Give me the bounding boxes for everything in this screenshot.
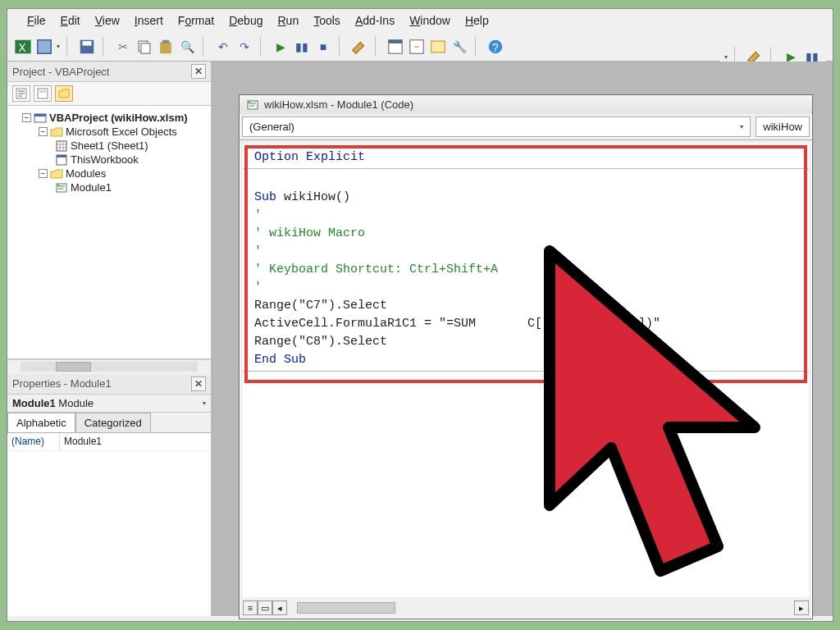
tree-module1[interactable]: Module1 [11, 180, 208, 194]
tab-alphabetic[interactable]: Alphabetic [7, 413, 75, 432]
scroll-right-icon[interactable]: ▸ [794, 600, 809, 615]
code-window-title: wikiHow.xlsm - Module1 (Code) [264, 98, 413, 111]
code-window-titlebar[interactable]: wikiHow.xlsm - Module1 (Code) [240, 95, 812, 114]
collapse-icon[interactable]: − [22, 113, 31, 122]
tab-categorized[interactable]: Categorized [75, 413, 151, 432]
code-scrollbar[interactable]: ≡ ▭ ◂ ▸ [243, 600, 809, 615]
design-mode-icon[interactable] [350, 38, 368, 56]
toolbox-icon[interactable]: 🔧 [450, 38, 468, 56]
menu-run[interactable]: Run [277, 14, 299, 27]
menubar: File Edit View Insert Format Debug Run T… [7, 9, 833, 32]
module-icon [246, 99, 259, 111]
help-icon[interactable]: ? [486, 38, 504, 56]
procedure-dropdown-value: wikiHow [763, 121, 802, 133]
menu-insert[interactable]: Insert [135, 14, 163, 27]
property-row-name[interactable]: (Name) Module1 [7, 433, 211, 451]
svg-text:?: ? [492, 41, 499, 53]
run-icon[interactable]: ▶ [272, 38, 290, 56]
scroll-left-icon[interactable]: ◂ [272, 600, 287, 615]
property-value[interactable]: Module1 [60, 433, 211, 451]
dropdown-arrow-icon[interactable]: ▾ [57, 43, 60, 50]
object-dropdown[interactable]: (General) ▾ [242, 116, 751, 137]
svg-rect-6 [141, 43, 150, 52]
tree-excel-objects-label: Microsoft Excel Objects [66, 126, 177, 138]
procedure-view-icon[interactable]: ▭ [258, 600, 272, 615]
menu-tools[interactable]: Tools [313, 14, 340, 27]
properties-panel: Properties - Module1 ✕ Module1 Module ▾ … [7, 374, 211, 617]
tree-module1-label: Module1 [71, 181, 112, 194]
menu-view[interactable]: View [95, 14, 120, 27]
scrollbar-thumb[interactable] [297, 602, 395, 614]
menu-window[interactable]: Window [409, 14, 450, 27]
tree-root-label: VBAProject (wikiHow.xlsm) [49, 112, 188, 124]
close-icon[interactable]: ✕ [191, 377, 206, 391]
reset-icon[interactable]: ■ [314, 38, 332, 56]
combo-type: Module [58, 397, 94, 409]
mdi-area: wikiHow.xlsm - Module1 (Code) (General) … [211, 62, 833, 616]
close-icon[interactable]: ✕ [191, 64, 206, 79]
tree-sheet1-label: Sheet1 (Sheet1) [71, 139, 148, 152]
svg-point-26 [249, 102, 250, 103]
undo-icon[interactable]: ↶ [214, 38, 232, 56]
properties-grid[interactable]: (Name) Module1 [7, 432, 211, 617]
project-explorer-icon[interactable] [386, 38, 404, 56]
combo-name: Module1 [12, 397, 56, 409]
menu-addins[interactable]: Add-Ins [355, 14, 395, 27]
workbook-icon [55, 154, 68, 166]
property-key: (Name) [7, 433, 60, 451]
code-window-dropdowns: (General) ▾ wikiHow [240, 114, 812, 140]
full-module-view-icon[interactable]: ≡ [243, 600, 258, 615]
code-window: wikiHow.xlsm - Module1 (Code) (General) … [239, 94, 813, 619]
code-editor[interactable]: Option Explicit Sub wikiHow() ' ' wikiHo… [243, 144, 809, 597]
tree-thisworkbook[interactable]: ThisWorkbook [11, 153, 208, 167]
project-panel-label: Project - VBAProject [12, 66, 110, 78]
procedure-dropdown[interactable]: wikiHow [756, 116, 810, 137]
find-icon[interactable]: 🔍 [178, 38, 196, 56]
redo-icon[interactable]: ↷ [235, 38, 253, 56]
dropdown-arrow-icon[interactable]: ▾ [203, 399, 206, 407]
tree-modules[interactable]: − Modules [11, 167, 208, 180]
project-tree[interactable]: − VBAProject (wikiHow.xlsm) − Microsoft … [7, 106, 211, 359]
highlight-box [244, 145, 807, 383]
svg-point-24 [57, 185, 59, 186]
properties-window-icon[interactable] [408, 38, 426, 56]
cut-icon[interactable]: ✂ [114, 38, 132, 56]
view-object-icon[interactable] [34, 85, 52, 102]
menu-help[interactable]: Help [465, 14, 489, 27]
folder-icon [50, 126, 63, 138]
properties-object-combo[interactable]: Module1 Module ▾ [7, 395, 211, 413]
tree-modules-label: Modules [66, 167, 106, 180]
dropdown-arrow-icon: ▾ [740, 123, 743, 130]
menu-format[interactable]: Format [178, 14, 214, 27]
insert-module-icon[interactable] [35, 38, 53, 56]
tree-root[interactable]: − VBAProject (wikiHow.xlsm) [11, 111, 208, 125]
vba-editor-window: File Edit View Insert Format Debug Run T… [7, 8, 833, 622]
worksheet-icon [55, 140, 68, 152]
object-browser-icon[interactable] [429, 38, 447, 56]
break-icon[interactable]: ▮▮ [293, 38, 311, 56]
excel-icon[interactable]: X [14, 38, 32, 56]
copy-icon[interactable] [135, 38, 153, 56]
project-tree-scrollbar[interactable] [7, 359, 211, 374]
project-panel-title: Project - VBAProject ✕ [7, 62, 211, 82]
menu-edit[interactable]: Edit [61, 14, 80, 27]
svg-rect-16 [38, 89, 48, 98]
vba-project-icon [34, 112, 47, 124]
collapse-icon[interactable]: − [39, 169, 48, 178]
tree-sheet1[interactable]: Sheet1 (Sheet1) [11, 139, 208, 153]
svg-text:X: X [19, 41, 26, 53]
toolbar-overflow-icon[interactable]: ▾ [724, 53, 728, 61]
paste-icon[interactable] [157, 38, 175, 56]
toggle-folders-icon[interactable] [55, 85, 73, 102]
menu-file[interactable]: File [27, 14, 46, 27]
svg-rect-20 [57, 141, 66, 151]
main-toolbar: X ▾ ✂ 🔍 ↶ ↷ ▶ ▮▮ ■ 🔧 ? [7, 32, 833, 62]
view-code-icon[interactable] [12, 85, 30, 102]
left-sidebar: Project - VBAProject ✕ − VBAProject (wik… [7, 62, 211, 616]
collapse-icon[interactable]: − [39, 127, 48, 136]
module-icon [55, 182, 68, 194]
tree-excel-objects[interactable]: − Microsoft Excel Objects [11, 125, 208, 139]
scrollbar-thumb[interactable] [56, 362, 91, 372]
save-icon[interactable] [78, 38, 96, 56]
menu-debug[interactable]: Debug [229, 14, 262, 27]
